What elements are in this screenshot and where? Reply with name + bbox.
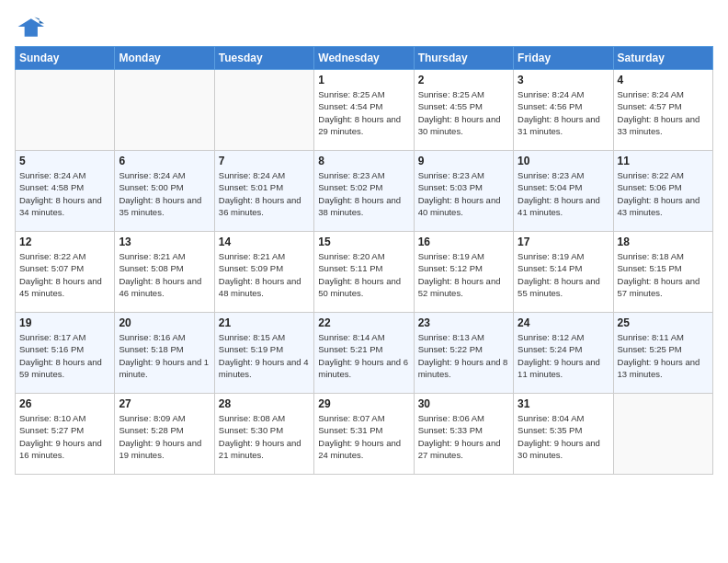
calendar-cell: 8Sunrise: 8:23 AM Sunset: 5:02 PM Daylig… — [314, 151, 414, 232]
calendar-cell: 19Sunrise: 8:17 AM Sunset: 5:16 PM Dayli… — [16, 313, 115, 394]
header-thursday: Thursday — [414, 47, 513, 70]
calendar-cell — [613, 394, 712, 475]
calendar-cell: 10Sunrise: 8:23 AM Sunset: 5:04 PM Dayli… — [514, 151, 613, 232]
day-number: 26 — [19, 397, 110, 410]
day-number: 2 — [418, 74, 509, 86]
day-info: Sunrise: 8:22 AM Sunset: 5:06 PM Dayligh… — [618, 169, 709, 218]
calendar-cell: 11Sunrise: 8:22 AM Sunset: 5:06 PM Dayli… — [613, 151, 712, 232]
day-info: Sunrise: 8:24 AM Sunset: 4:58 PM Dayligh… — [19, 169, 110, 218]
day-number: 20 — [119, 316, 210, 329]
day-info: Sunrise: 8:23 AM Sunset: 5:03 PM Dayligh… — [418, 169, 509, 218]
day-info: Sunrise: 8:21 AM Sunset: 5:09 PM Dayligh… — [219, 250, 310, 299]
day-info: Sunrise: 8:24 AM Sunset: 5:01 PM Dayligh… — [219, 169, 310, 218]
page-header — [15, 15, 713, 40]
day-info: Sunrise: 8:15 AM Sunset: 5:19 PM Dayligh… — [219, 331, 310, 380]
day-number: 17 — [518, 236, 609, 248]
day-number: 6 — [119, 155, 210, 167]
header-monday: Monday — [115, 47, 214, 70]
day-info: Sunrise: 8:23 AM Sunset: 5:02 PM Dayligh… — [318, 169, 409, 218]
header-sunday: Sunday — [16, 47, 115, 70]
calendar-week-row: 1Sunrise: 8:25 AM Sunset: 4:54 PM Daylig… — [16, 70, 713, 151]
calendar-header: SundayMondayTuesdayWednesdayThursdayFrid… — [16, 47, 713, 70]
day-info: Sunrise: 8:08 AM Sunset: 5:30 PM Dayligh… — [219, 412, 310, 461]
day-number: 21 — [219, 316, 310, 329]
calendar-cell — [214, 70, 313, 151]
day-number: 18 — [618, 236, 709, 248]
day-info: Sunrise: 8:19 AM Sunset: 5:14 PM Dayligh… — [518, 250, 609, 299]
day-info: Sunrise: 8:25 AM Sunset: 4:54 PM Dayligh… — [318, 88, 409, 137]
day-number: 5 — [19, 155, 110, 167]
calendar-cell: 28Sunrise: 8:08 AM Sunset: 5:30 PM Dayli… — [214, 394, 313, 475]
calendar-cell: 9Sunrise: 8:23 AM Sunset: 5:03 PM Daylig… — [414, 151, 513, 232]
day-number: 13 — [119, 236, 210, 248]
calendar-cell: 27Sunrise: 8:09 AM Sunset: 5:28 PM Dayli… — [115, 394, 214, 475]
day-number: 11 — [618, 155, 709, 167]
day-number: 3 — [518, 74, 609, 86]
calendar-cell: 2Sunrise: 8:25 AM Sunset: 4:55 PM Daylig… — [414, 70, 513, 151]
logo-icon — [15, 15, 44, 40]
calendar-table: SundayMondayTuesdayWednesdayThursdayFrid… — [15, 46, 713, 475]
calendar-cell: 5Sunrise: 8:24 AM Sunset: 4:58 PM Daylig… — [16, 151, 115, 232]
calendar-cell — [115, 70, 214, 151]
calendar-body: 1Sunrise: 8:25 AM Sunset: 4:54 PM Daylig… — [16, 70, 713, 475]
calendar-week-row: 12Sunrise: 8:22 AM Sunset: 5:07 PM Dayli… — [16, 232, 713, 313]
calendar-cell: 4Sunrise: 8:24 AM Sunset: 4:57 PM Daylig… — [613, 70, 712, 151]
calendar-cell: 30Sunrise: 8:06 AM Sunset: 5:33 PM Dayli… — [414, 394, 513, 475]
calendar-cell: 23Sunrise: 8:13 AM Sunset: 5:22 PM Dayli… — [414, 313, 513, 394]
header-tuesday: Tuesday — [214, 47, 313, 70]
day-info: Sunrise: 8:04 AM Sunset: 5:35 PM Dayligh… — [518, 412, 609, 461]
day-info: Sunrise: 8:20 AM Sunset: 5:11 PM Dayligh… — [318, 250, 409, 299]
calendar-cell: 13Sunrise: 8:21 AM Sunset: 5:08 PM Dayli… — [115, 232, 214, 313]
calendar-cell: 25Sunrise: 8:11 AM Sunset: 5:25 PM Dayli… — [613, 313, 712, 394]
day-number: 10 — [518, 155, 609, 167]
calendar-cell: 3Sunrise: 8:24 AM Sunset: 4:56 PM Daylig… — [514, 70, 613, 151]
day-number: 24 — [518, 316, 609, 329]
day-number: 16 — [418, 236, 509, 248]
calendar-cell: 15Sunrise: 8:20 AM Sunset: 5:11 PM Dayli… — [314, 232, 414, 313]
day-number: 15 — [318, 236, 409, 248]
day-number: 30 — [418, 397, 509, 410]
calendar-cell: 7Sunrise: 8:24 AM Sunset: 5:01 PM Daylig… — [214, 151, 313, 232]
day-info: Sunrise: 8:09 AM Sunset: 5:28 PM Dayligh… — [119, 412, 210, 461]
calendar-cell: 6Sunrise: 8:24 AM Sunset: 5:00 PM Daylig… — [115, 151, 214, 232]
day-number: 28 — [219, 397, 310, 410]
logo — [15, 15, 48, 40]
day-number: 4 — [618, 74, 709, 86]
day-info: Sunrise: 8:11 AM Sunset: 5:25 PM Dayligh… — [618, 331, 709, 380]
day-info: Sunrise: 8:13 AM Sunset: 5:22 PM Dayligh… — [418, 331, 509, 380]
day-number: 9 — [418, 155, 509, 167]
day-info: Sunrise: 8:21 AM Sunset: 5:08 PM Dayligh… — [119, 250, 210, 299]
calendar-cell — [16, 70, 115, 151]
calendar-cell: 29Sunrise: 8:07 AM Sunset: 5:31 PM Dayli… — [314, 394, 414, 475]
header-row: SundayMondayTuesdayWednesdayThursdayFrid… — [16, 47, 713, 70]
day-info: Sunrise: 8:16 AM Sunset: 5:18 PM Dayligh… — [119, 331, 210, 380]
day-info: Sunrise: 8:24 AM Sunset: 5:00 PM Dayligh… — [119, 169, 210, 218]
day-number: 27 — [119, 397, 210, 410]
day-number: 19 — [19, 316, 110, 329]
header-wednesday: Wednesday — [314, 47, 414, 70]
day-info: Sunrise: 8:17 AM Sunset: 5:16 PM Dayligh… — [19, 331, 110, 380]
calendar-week-row: 26Sunrise: 8:10 AM Sunset: 5:27 PM Dayli… — [16, 394, 713, 475]
calendar-cell: 20Sunrise: 8:16 AM Sunset: 5:18 PM Dayli… — [115, 313, 214, 394]
day-number: 1 — [318, 74, 409, 86]
day-number: 31 — [518, 397, 609, 410]
day-number: 14 — [219, 236, 310, 248]
calendar-cell: 26Sunrise: 8:10 AM Sunset: 5:27 PM Dayli… — [16, 394, 115, 475]
header-friday: Friday — [514, 47, 613, 70]
day-number: 29 — [318, 397, 409, 410]
day-number: 7 — [219, 155, 310, 167]
day-number: 25 — [618, 316, 709, 329]
day-info: Sunrise: 8:22 AM Sunset: 5:07 PM Dayligh… — [19, 250, 110, 299]
calendar-week-row: 5Sunrise: 8:24 AM Sunset: 4:58 PM Daylig… — [16, 151, 713, 232]
day-number: 23 — [418, 316, 509, 329]
calendar-cell: 14Sunrise: 8:21 AM Sunset: 5:09 PM Dayli… — [214, 232, 313, 313]
calendar-cell: 24Sunrise: 8:12 AM Sunset: 5:24 PM Dayli… — [514, 313, 613, 394]
day-number: 12 — [19, 236, 110, 248]
calendar-cell: 31Sunrise: 8:04 AM Sunset: 5:35 PM Dayli… — [514, 394, 613, 475]
header-saturday: Saturday — [613, 47, 712, 70]
day-info: Sunrise: 8:24 AM Sunset: 4:57 PM Dayligh… — [618, 88, 709, 137]
day-number: 22 — [318, 316, 409, 329]
day-info: Sunrise: 8:23 AM Sunset: 5:04 PM Dayligh… — [518, 169, 609, 218]
calendar-week-row: 19Sunrise: 8:17 AM Sunset: 5:16 PM Dayli… — [16, 313, 713, 394]
day-info: Sunrise: 8:25 AM Sunset: 4:55 PM Dayligh… — [418, 88, 509, 137]
